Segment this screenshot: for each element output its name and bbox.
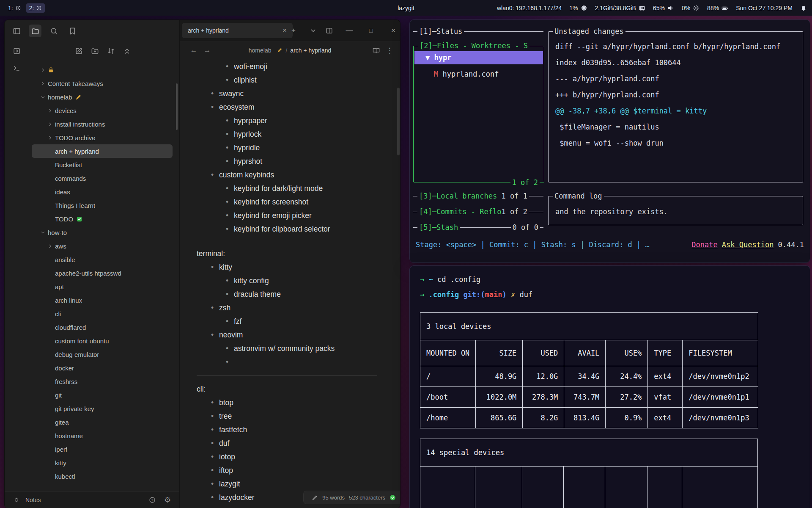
more-options-icon[interactable]: ⋮	[384, 45, 395, 56]
collapse-all-icon[interactable]	[121, 44, 133, 57]
search-tab-icon[interactable]	[47, 25, 60, 37]
tree-item-install-instructions[interactable]: install instructions	[32, 117, 173, 131]
vault-name[interactable]: Notes	[25, 497, 41, 503]
module-battery[interactable]: 88%	[707, 5, 728, 11]
outline-item[interactable]: wofi-emoji	[180, 60, 397, 73]
outline-item[interactable]: fastfetch	[180, 423, 397, 436]
tree-item-custom-font-ubuntu[interactable]: custom font ubuntu	[32, 334, 173, 348]
new-note-icon[interactable]	[72, 44, 85, 57]
outline-item[interactable]: custom keybinds	[180, 168, 397, 182]
file-tree-folder-hypr[interactable]: ▼ hypr	[414, 51, 543, 64]
branches-panel[interactable]: [3]─Local branches 1 of 1	[413, 196, 543, 196]
workspace-1[interactable]: 1:	[5, 3, 24, 13]
nav-back-icon[interactable]: ←	[188, 45, 199, 56]
vault-switcher-icon[interactable]	[11, 495, 22, 505]
files-panel[interactable]: [2]─Files - Worktrees - S ▼ hyprM hyprla…	[413, 46, 544, 182]
paragraph[interactable]: cli:	[180, 382, 397, 396]
breadcrumb-folder[interactable]: homelab	[249, 47, 272, 54]
tree-item-git[interactable]: git	[32, 388, 173, 402]
settings-gear-icon[interactable]: ⚙	[162, 495, 173, 505]
tree-item-hostname[interactable]: hostname	[32, 429, 173, 442]
outline-item[interactable]: iftop	[180, 464, 397, 477]
outline-item[interactable]: astronvim w/ community packs	[180, 342, 397, 355]
note-content[interactable]: wofi-emojicliphistswayncecosystemhyprpap…	[180, 60, 397, 508]
outline-item[interactable]: iotop	[180, 450, 397, 464]
tree-item-homelab[interactable]: homelab	[32, 90, 173, 104]
new-folder-icon[interactable]	[88, 44, 101, 57]
tree-item-debug-emulator[interactable]: debug emulator	[32, 348, 173, 361]
sort-order-icon[interactable]	[104, 44, 117, 57]
layout-columns-icon[interactable]	[324, 25, 334, 36]
tree-item-gitea[interactable]: gitea	[32, 415, 173, 429]
module-network[interactable]: wlan0: 192.168.1.177/24	[497, 5, 562, 11]
window-close-button[interactable]: ×	[388, 25, 398, 36]
outline-item[interactable]: ecosystem	[180, 100, 397, 114]
bookmarks-tab-icon[interactable]	[66, 25, 79, 37]
tree-item-devices[interactable]: devices	[32, 104, 173, 117]
tree-item-content-takeaways[interactable]: Content Takeaways	[32, 77, 173, 90]
outline-item[interactable]: zsh	[180, 301, 397, 315]
reading-mode-icon[interactable]	[370, 45, 381, 56]
switch-vault-icon[interactable]	[10, 44, 23, 57]
outline-item[interactable]: dracula theme	[180, 287, 397, 301]
tree-item-apt[interactable]: apt	[32, 280, 173, 293]
new-tab-button[interactable]: +	[288, 25, 299, 36]
tab-list-chevron-icon[interactable]	[308, 25, 318, 36]
sidebar-toggle-icon[interactable]	[10, 25, 23, 37]
status-panel[interactable]: [1]─Status	[413, 31, 543, 32]
tree-item-ideas[interactable]: ideas	[32, 185, 173, 199]
outline-item[interactable]: tree	[180, 409, 397, 423]
module-clock[interactable]: Sun Oct 27 10:29 PM	[736, 5, 793, 11]
outline-item[interactable]: hyprpaper	[180, 114, 397, 127]
tree-item-todo[interactable]: TODO	[32, 212, 173, 226]
workspace-2[interactable]: 2:	[26, 3, 45, 13]
outline-item[interactable]: duf	[180, 436, 397, 450]
outline-item[interactable]: keybind for clipboard selector	[180, 222, 397, 236]
outline-item[interactable]: kitty	[180, 260, 397, 274]
tree-item-cloudflared[interactable]: cloudflared	[32, 320, 173, 334]
tree-item-apache2-utils-htpasswd[interactable]: apache2-utils htpasswd	[32, 266, 173, 280]
tree-item-how-to[interactable]: how-to	[32, 226, 173, 239]
window-maximize-button[interactable]: □	[366, 25, 376, 36]
terminal-window[interactable]: → ~ cd .config→ .config git:(main) ✗ duf…	[409, 265, 810, 508]
tree-item-cli[interactable]: cli	[32, 307, 173, 320]
tree-item-freshrss[interactable]: freshrss	[32, 375, 173, 388]
tree-item-things-i-learnt[interactable]: Things I learnt	[32, 199, 173, 212]
commits-panel[interactable]: [4]─Commits - Reflo1 of 2	[413, 212, 543, 212]
outline-item[interactable]: keybind for dark/light mode	[180, 182, 397, 195]
tree-item-locked-folder[interactable]	[32, 63, 173, 77]
donate-link[interactable]: Donate	[691, 240, 717, 249]
lazygit-window[interactable]: [1]─Status [2]─Files - Worktrees - S ▼ h…	[409, 19, 810, 263]
outline-item[interactable]: hyprlock	[180, 127, 397, 141]
module-memory[interactable]: 2.1GiB/38.8GiB	[595, 5, 645, 11]
module-volume[interactable]: 65%	[653, 5, 674, 11]
tab-arch-hyprland[interactable]: arch + hyprland ×	[182, 23, 293, 38]
help-icon[interactable]: ?	[147, 495, 157, 505]
outline-item[interactable]: keybind for screenshot	[180, 195, 397, 209]
module-brightness[interactable]: 0%	[682, 5, 700, 11]
outline-item[interactable]: hyprshot	[180, 155, 397, 168]
breadcrumb-file[interactable]: arch + hyprland	[290, 47, 331, 54]
sidebar-scrollbar[interactable]	[176, 83, 178, 130]
tree-item-todo-archive[interactable]: TODO archive	[32, 131, 173, 144]
file-hyprland-conf[interactable]: M hyprland.conf	[414, 68, 543, 81]
edit-mode-pencil-icon[interactable]	[312, 494, 318, 501]
outline-item[interactable]: swaync	[180, 87, 397, 100]
tree-item-kitty[interactable]: kitty	[32, 456, 173, 469]
outline-item[interactable]: lazygit	[180, 477, 397, 491]
tree-item-git-private-key[interactable]: git private key	[32, 402, 173, 415]
files-tab-icon[interactable]	[29, 25, 41, 37]
tree-item-arch-linux[interactable]: arch linux	[32, 293, 173, 307]
outline-item[interactable]: cliphist	[180, 73, 397, 87]
tree-item-docker[interactable]: docker	[32, 361, 173, 375]
window-minimize-button[interactable]: —	[344, 25, 354, 36]
outline-item[interactable]: fzf	[180, 315, 397, 328]
tree-item-bucketlist[interactable]: Bucketlist	[32, 158, 173, 171]
tree-item-arch-hyprland[interactable]: arch + hyprland	[32, 144, 173, 158]
outline-item[interactable]: btop	[180, 396, 397, 409]
module-notifications[interactable]	[800, 5, 807, 11]
ask-question-link[interactable]: Ask Question	[722, 240, 774, 249]
obsidian-window[interactable]: Content Takeawayshomelabdevicesinstall i…	[4, 19, 401, 508]
tree-item-commands[interactable]: commands	[32, 171, 173, 185]
editor-scrollbar[interactable]	[397, 88, 400, 155]
